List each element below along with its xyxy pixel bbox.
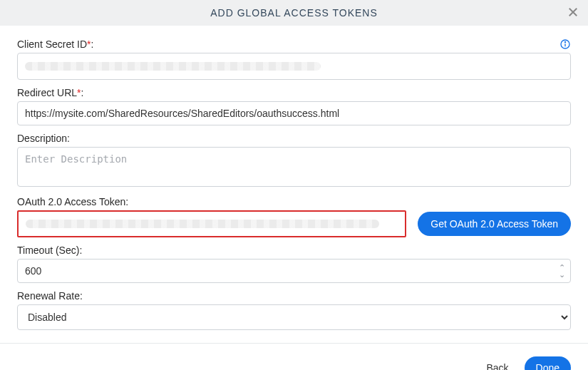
timeout-stepper[interactable]: ⌃ ⌄ <box>559 264 565 278</box>
get-oauth-token-button[interactable]: Get OAuth 2.0 Access Token <box>418 212 571 236</box>
chevron-down-icon[interactable]: ⌄ <box>559 271 565 278</box>
dialog-header: ADD GLOBAL ACCESS TOKENS <box>0 0 588 26</box>
field-client-secret: Client Secret ID*: <box>17 38 571 80</box>
renewal-rate-label: Renewal Rate: <box>17 290 571 302</box>
timeout-label: Timeout (Sec): <box>17 245 571 256</box>
field-redirect-url: Redirect URL*: <box>17 87 571 125</box>
access-token-label: OAuth 2.0 Access Token: <box>17 196 571 207</box>
done-button[interactable]: Done <box>525 356 571 370</box>
renewal-rate-select[interactable]: Disabled <box>17 304 571 330</box>
dialog-footer: Back Done <box>0 343 588 370</box>
close-icon[interactable] <box>567 6 579 21</box>
client-secret-label: Client Secret ID*: <box>17 38 93 50</box>
field-timeout: Timeout (Sec): ⌃ ⌄ <box>17 245 571 283</box>
dialog-title: ADD GLOBAL ACCESS TOKENS <box>210 7 378 19</box>
redacted-value <box>25 62 321 71</box>
timeout-input[interactable] <box>17 259 571 283</box>
client-secret-input[interactable] <box>17 53 571 80</box>
redirect-url-label: Redirect URL*: <box>17 87 571 98</box>
field-access-token: OAuth 2.0 Access Token: Get OAuth 2.0 Ac… <box>17 196 571 237</box>
description-label: Description: <box>17 133 571 144</box>
field-description: Description: <box>17 133 571 189</box>
redacted-value <box>26 220 379 228</box>
timeout-input-wrap: ⌃ ⌄ <box>17 259 571 283</box>
form-body: Client Secret ID*: Redirect URL*: Descri… <box>0 26 588 343</box>
back-button[interactable]: Back <box>486 362 508 370</box>
access-token-input[interactable] <box>17 210 406 237</box>
access-token-row: Get OAuth 2.0 Access Token <box>17 210 571 237</box>
client-secret-label-row: Client Secret ID*: <box>17 38 571 50</box>
info-icon[interactable] <box>559 38 571 50</box>
redirect-url-input[interactable] <box>17 101 571 125</box>
field-renewal-rate: Renewal Rate: Disabled <box>17 290 571 330</box>
svg-point-4 <box>564 41 565 42</box>
description-input[interactable] <box>17 147 571 187</box>
